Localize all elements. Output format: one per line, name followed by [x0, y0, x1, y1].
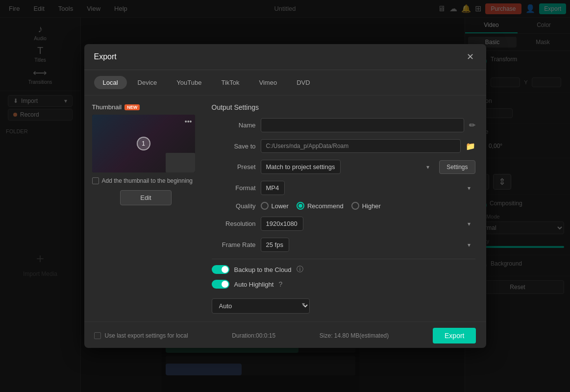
export-button[interactable]: Export [433, 328, 476, 343]
name-row: Name ✏ [212, 118, 475, 132]
folder-icon-button[interactable]: 📁 [466, 142, 475, 151]
dialog-title: Export [94, 52, 117, 61]
dialog-body: Thumbnail NEW ••• 1 Add the thumbnail to… [84, 96, 486, 321]
export-dialog: Export ✕ Local Device YouTube TikTok Vim… [84, 44, 486, 348]
resolution-select-wrapper: 1920x1080 [261, 217, 475, 231]
output-settings-panel: Output Settings Name ✏ Save to C:/Users/… [212, 103, 478, 314]
thumb-number: 1 [142, 140, 145, 147]
dialog-close-button[interactable]: ✕ [465, 51, 476, 63]
edit-button[interactable]: Edit [120, 190, 171, 205]
settings-button[interactable]: Settings [439, 160, 475, 174]
auto-highlight-toggle[interactable] [212, 280, 229, 289]
footer-duration: Duration:00:0:15 [232, 332, 275, 339]
quality-higher-label: Higher [362, 202, 381, 210]
tab-tiktok[interactable]: TikTok [212, 76, 248, 89]
frame-rate-label: Frame Rate [212, 241, 256, 248]
format-label: Format [212, 184, 256, 192]
quality-label: Quality [212, 202, 256, 210]
save-to-path: C:/Users/nda_p/AppData/Roam [261, 139, 461, 153]
quality-lower[interactable]: Lower [261, 202, 289, 210]
quality-recommend-inner [298, 204, 302, 208]
modal-overlay: Export ✕ Local Device YouTube TikTok Vim… [0, 0, 570, 392]
frame-rate-select-wrapper: 25 fps [261, 238, 475, 252]
add-to-beginning-checkbox[interactable] [92, 177, 99, 184]
dialog-header: Export ✕ [84, 44, 486, 70]
footer-left: Use last export settings for local [94, 332, 188, 339]
tab-device[interactable]: Device [129, 76, 166, 89]
add-to-beginning-label: Add the thumbnail to the beginning [102, 177, 193, 184]
tab-local[interactable]: Local [94, 76, 127, 89]
thumb-inner: ••• 1 [92, 115, 195, 172]
quality-higher-radio[interactable] [351, 202, 359, 210]
dialog-tabs: Local Device YouTube TikTok Vimeo DVD [84, 70, 486, 96]
quality-lower-label: Lower [272, 202, 289, 210]
save-to-row: Save to C:/Users/nda_p/AppData/Roam 📁 [212, 139, 475, 153]
preset-label: Preset [212, 163, 256, 171]
footer-size: Size: 14.80 MB(estimated) [320, 332, 389, 339]
quality-lower-radio[interactable] [261, 202, 269, 210]
backup-info-icon[interactable]: ⓘ [297, 265, 303, 274]
thumbnail-label-row: Thumbnail NEW [92, 103, 200, 111]
thumbnail-image[interactable]: ••• 1 [92, 115, 195, 172]
frame-rate-select[interactable]: 25 fps [261, 238, 289, 252]
frame-rate-row: Frame Rate 25 fps [212, 238, 475, 252]
auto-highlight-label: Auto Highlight [234, 281, 274, 288]
format-select-wrapper: MP4 [261, 181, 475, 195]
dialog-footer: Use last export settings for local Durat… [84, 321, 486, 349]
divider-1 [212, 259, 475, 259]
quality-recommend[interactable]: Recommend [297, 202, 344, 210]
format-row: Format MP4 [212, 181, 475, 195]
name-edit-button[interactable]: ✏ [469, 121, 475, 130]
output-settings-scroll: Output Settings Name ✏ Save to C:/Users/… [212, 103, 478, 314]
resolution-row: Resolution 1920x1080 [212, 217, 475, 231]
quality-higher[interactable]: Higher [351, 202, 381, 210]
format-select[interactable]: MP4 [261, 181, 285, 195]
resolution-select[interactable]: 1920x1080 [261, 217, 303, 231]
new-badge: NEW [124, 104, 140, 110]
quality-recommend-radio[interactable] [297, 202, 304, 210]
auto-highlight-info-icon[interactable]: ? [278, 280, 282, 288]
add-to-beginning-row: Add the thumbnail to the beginning [92, 177, 200, 184]
preset-select[interactable]: Match to project settings [261, 160, 341, 174]
tab-youtube[interactable]: YouTube [168, 76, 210, 89]
thumb-small [166, 153, 195, 172]
name-label: Name [212, 122, 256, 129]
resolution-label: Resolution [212, 220, 256, 227]
thumb-dots-icon: ••• [185, 118, 192, 125]
use-last-settings-checkbox[interactable] [94, 332, 101, 339]
auto-select[interactable]: Auto [212, 298, 310, 314]
tab-dvd[interactable]: DVD [288, 76, 319, 89]
thumbnail-label-text: Thumbnail [92, 103, 122, 111]
thumbnail-panel: Thumbnail NEW ••• 1 Add the thumbnail to… [92, 103, 200, 314]
save-to-label: Save to [212, 143, 256, 150]
quality-radio-group: Lower Recommend Highe [261, 202, 381, 210]
backup-label: Backup to the Cloud [234, 266, 292, 273]
use-last-settings-label: Use last export settings for local [105, 332, 188, 339]
output-settings-title: Output Settings [212, 103, 475, 111]
thumb-circle: 1 [137, 137, 150, 150]
backup-toggle-row: Backup to the Cloud ⓘ [212, 265, 475, 274]
quality-recommend-label: Recommend [307, 202, 344, 210]
tab-vimeo[interactable]: Vimeo [250, 76, 286, 89]
backup-toggle[interactable] [212, 265, 229, 274]
preset-select-wrapper: Match to project settings [261, 160, 435, 174]
preset-row: Preset Match to project settings Setting… [212, 160, 475, 174]
name-input[interactable] [261, 118, 464, 132]
auto-highlight-toggle-row: Auto Highlight ? [212, 280, 475, 289]
quality-row: Quality Lower Recommend [212, 202, 475, 210]
auto-select-wrapper: Auto [212, 294, 310, 314]
